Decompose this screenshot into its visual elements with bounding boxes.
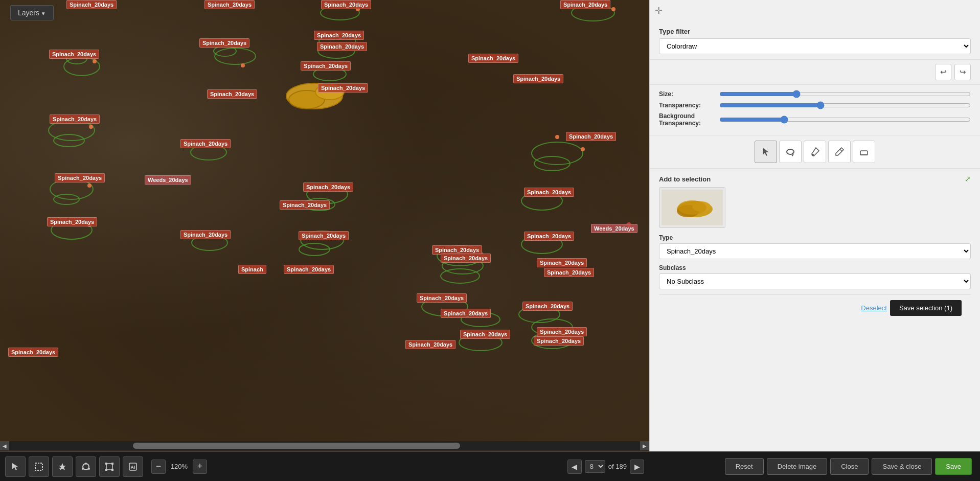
pen-draw-tool[interactable] xyxy=(828,141,851,163)
bg-transparency-row: BackgroundTransparency: xyxy=(659,112,971,127)
zoom-section: − 120% + xyxy=(151,460,207,474)
plant-label: Spinach_20days xyxy=(299,231,349,240)
next-page-button[interactable]: ▶ xyxy=(630,460,644,474)
svg-line-48 xyxy=(59,468,60,469)
plant-label: Spinach_20days xyxy=(180,230,231,239)
plant-label: Spinach_20days xyxy=(199,38,249,48)
close-button[interactable]: Close xyxy=(830,458,869,475)
layers-button[interactable]: Layers xyxy=(10,5,54,20)
save-button[interactable]: Save xyxy=(935,458,972,475)
eraser-draw-tool[interactable] xyxy=(853,141,875,163)
horizontal-scrollbar[interactable]: ◀ ▶ xyxy=(0,441,649,450)
type-filter-select[interactable]: Colordraw xyxy=(659,38,971,54)
plant-label: Spinach_20days xyxy=(8,348,58,357)
reset-button[interactable]: Reset xyxy=(725,458,764,475)
plant-label: Spinach_20days xyxy=(318,83,368,93)
plant-label: Spinach_20days xyxy=(537,258,587,267)
plant-label: Spinach_20days xyxy=(524,232,574,241)
svg-point-52 xyxy=(82,468,84,470)
page-total: of 189 xyxy=(608,463,627,470)
plant-label: Spinach_20days xyxy=(460,330,510,339)
svg-rect-56 xyxy=(105,469,107,471)
zoom-display: 120% xyxy=(168,463,191,470)
plant-label: Spinach_20days xyxy=(47,217,97,226)
zoom-in-button[interactable]: + xyxy=(193,460,207,474)
select-tool-button[interactable] xyxy=(5,456,26,477)
action-bar: Reset Delete image Close Save & close Sa… xyxy=(649,451,980,481)
plant-label: Spinach_20days xyxy=(55,173,105,182)
plant-label: Spinach_20days xyxy=(405,340,455,349)
scroll-right-arrow[interactable]: ▶ xyxy=(640,441,649,450)
svg-rect-54 xyxy=(105,463,107,465)
plant-label: Spinach_20days xyxy=(537,327,587,336)
redo-button[interactable]: ↪ xyxy=(954,64,971,80)
selection-thumbnail xyxy=(659,187,725,228)
save-selection-button[interactable]: Save selection (1) xyxy=(890,300,962,316)
prev-page-button[interactable]: ◀ xyxy=(567,460,582,474)
panel-move-handle[interactable]: ✛ xyxy=(655,5,663,16)
plant-label: Spinach_20days xyxy=(303,182,353,192)
add-to-selection-section: Add to selection ⤢ Type Spinach_20days S… xyxy=(650,169,980,481)
save-close-button[interactable]: Save & close xyxy=(872,458,932,475)
svg-rect-57 xyxy=(111,469,113,471)
plant-label: Spinach_20days xyxy=(522,302,573,311)
plant-label: Spinach_20days xyxy=(441,309,491,318)
ai-assist-button[interactable]: AI xyxy=(123,456,143,477)
plant-label: Spinach_20days xyxy=(204,0,255,9)
plant-label: Spinach_20days xyxy=(321,0,371,9)
type-field-label: Type xyxy=(659,234,971,241)
sliders-section: Size: Transparency: BackgroundTransparen… xyxy=(650,85,980,135)
brush-draw-tool[interactable] xyxy=(804,141,826,163)
plant-label: Spinach_20days xyxy=(50,114,100,124)
plant-label: Spinach_20days xyxy=(441,254,491,263)
svg-point-69 xyxy=(678,200,706,215)
plant-label: Spinach_20days xyxy=(560,0,610,9)
plant-label: Spinach_20days xyxy=(513,74,563,83)
delete-image-button[interactable]: Delete image xyxy=(767,458,828,475)
svg-point-51 xyxy=(88,468,90,470)
deselect-button[interactable]: Deselect xyxy=(861,304,887,312)
svg-point-61 xyxy=(812,154,814,156)
scrollbar-thumb[interactable] xyxy=(133,443,460,449)
svg-line-62 xyxy=(840,149,842,151)
cursor-draw-tool[interactable] xyxy=(755,141,777,163)
subclass-field-label: Subclass xyxy=(659,264,971,271)
plant-label: Spinach_20days xyxy=(66,0,117,9)
polygon-tool-button[interactable] xyxy=(76,456,96,477)
plant-label-weed: Weeds_20days xyxy=(145,175,191,185)
size-slider[interactable] xyxy=(719,90,971,98)
add-selection-header: Add to selection ⤢ xyxy=(659,175,971,183)
panel-action-buttons: Deselect Save selection (1) xyxy=(659,294,971,321)
type-filter-label: Type filter xyxy=(659,28,971,35)
bottom-toolbar: AI − 120% + ◀ 8 of 189 ▶ xyxy=(0,451,649,481)
transform-tool-button[interactable] xyxy=(99,456,120,477)
type-dropdown[interactable]: Spinach_20days xyxy=(659,243,971,259)
plant-label: Spinach_20days xyxy=(284,265,334,274)
plant-label: Spinach xyxy=(238,265,266,274)
bg-transparency-slider[interactable] xyxy=(719,116,971,124)
size-row: Size: xyxy=(659,90,971,98)
transparency-row: Transparency: xyxy=(659,101,971,109)
transparency-slider[interactable] xyxy=(719,101,971,109)
plant-label-weed: Weeds_20days xyxy=(591,224,637,233)
plant-label: Spinach_20days xyxy=(301,61,351,71)
lasso-draw-tool[interactable] xyxy=(779,141,802,163)
bg-transparency-label: BackgroundTransparency: xyxy=(659,112,715,127)
type-filter-section: Type filter Colordraw xyxy=(650,20,980,60)
zoom-out-button[interactable]: − xyxy=(151,460,166,474)
plant-label: Spinach_20days xyxy=(317,42,367,51)
svg-rect-47 xyxy=(35,463,42,470)
svg-point-50 xyxy=(85,463,87,465)
undo-button[interactable]: ↩ xyxy=(935,64,951,80)
ai-tool-button[interactable] xyxy=(52,456,73,477)
plant-label: Spinach_20days xyxy=(180,139,231,148)
scroll-left-arrow[interactable]: ◀ xyxy=(0,441,9,450)
svg-rect-63 xyxy=(860,151,868,155)
rect-select-button[interactable] xyxy=(29,456,49,477)
plant-label: Spinach_20days xyxy=(534,336,584,346)
plant-label: Spinach_20days xyxy=(524,188,574,197)
expand-icon[interactable]: ⤢ xyxy=(965,175,971,183)
plant-label: Spinach_20days xyxy=(468,54,518,63)
subclass-dropdown[interactable]: No Subclass xyxy=(659,273,971,289)
page-number-select[interactable]: 8 xyxy=(585,460,605,473)
